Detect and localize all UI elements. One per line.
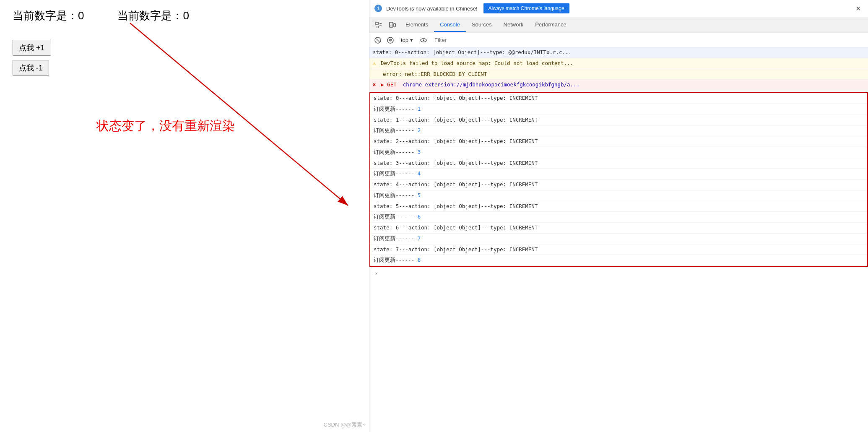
filter-icon-button[interactable]: [385, 35, 395, 45]
log-warning-detail: error: net::ERR_BLOCKED_BY_CLIENT: [369, 69, 868, 80]
svg-line-1: [130, 23, 348, 206]
console-toolbar: top ▾: [369, 33, 868, 47]
counter1: 当前数字是：0: [13, 8, 84, 23]
log-line: state: 2---action: [object Object]---typ…: [370, 136, 867, 147]
log-line: state: 7---action: [object Object]---typ…: [370, 245, 867, 255]
close-notification-button[interactable]: ✕: [853, 3, 863, 13]
log-line: 订阅更新------ 8: [370, 255, 867, 266]
log-line: 订阅更新------ 3: [370, 147, 867, 158]
inspect-element-button[interactable]: [373, 19, 385, 31]
log-line: state: 3---action: [object Object]---typ…: [370, 158, 867, 169]
counter-display: 当前数字是：0 当前数字是：0: [0, 0, 369, 31]
annotation-arrow: [0, 0, 369, 294]
annotation-text: 状态变了，没有重新渲染: [96, 117, 235, 135]
log-line: state: 5---action: [object Object]---typ…: [370, 201, 867, 212]
log-line: state: 0---action: [object Object]---typ…: [369, 47, 868, 58]
log-line: 订阅更新------ 6: [370, 212, 867, 223]
log-line: state: 4---action: [object Object]---typ…: [370, 180, 867, 190]
tab-sources[interactable]: Sources: [466, 18, 498, 32]
svg-point-12: [387, 37, 393, 43]
error-icon: ✖: [373, 81, 376, 88]
device-mode-button[interactable]: [386, 19, 398, 31]
log-line: state: 0---action: [object Object]---typ…: [370, 93, 867, 104]
info-icon: i: [374, 5, 382, 12]
svg-point-17: [423, 39, 424, 41]
svg-rect-2: [376, 22, 378, 25]
devtools-tab-bar: Elements Console Sources Network Perform…: [369, 17, 868, 33]
log-line: 订阅更新------ 2: [370, 125, 867, 136]
warning-icon: ⚠: [373, 60, 376, 66]
chevron-down-icon: ▾: [410, 37, 413, 43]
log-line: 订阅更新------ 7: [370, 234, 867, 245]
clear-console-button[interactable]: [373, 35, 383, 45]
tab-console[interactable]: Console: [434, 18, 466, 32]
log-line: 订阅更新------ 1: [370, 104, 867, 115]
log-line: 订阅更新------ 4: [370, 169, 867, 180]
tab-elements[interactable]: Elements: [400, 18, 434, 32]
svg-rect-8: [394, 23, 395, 27]
decrement-button[interactable]: 点我 -1: [13, 60, 49, 76]
web-page-panel: 当前数字是：0 当前数字是：0 点我 +1 点我 -1 状态变了，没有重新渲染 …: [0, 0, 369, 432]
notification-text: DevTools is now available in Chinese!: [386, 5, 478, 12]
log-line: state: 6---action: [object Object]---typ…: [370, 223, 867, 234]
console-log-area: state: 0---action: [object Object]---typ…: [369, 47, 868, 432]
log-line: 订阅更新------ 5: [370, 190, 867, 201]
increment-button[interactable]: 点我 +1: [13, 40, 51, 56]
prompt-chevron-icon: ›: [374, 270, 378, 276]
context-selector[interactable]: top ▾: [398, 36, 416, 44]
eye-icon-button[interactable]: [418, 35, 429, 45]
error-link[interactable]: chrome-extension://mjdbhokoopacimoekfgkc…: [403, 81, 580, 88]
tab-performance[interactable]: Performance: [529, 18, 572, 32]
counter2: 当前数字是：0: [117, 8, 189, 23]
devtools-panel: i DevTools is now available in Chinese! …: [369, 0, 868, 432]
devtools-notification-bar: i DevTools is now available in Chinese! …: [369, 0, 868, 17]
console-prompt: ›: [369, 268, 868, 278]
svg-line-11: [376, 39, 379, 42]
log-line: state: 1---action: [object Object]---typ…: [370, 115, 867, 126]
svg-rect-7: [390, 22, 393, 27]
console-output-block: state: 0---action: [object Object]---typ…: [369, 92, 868, 267]
match-language-button[interactable]: Always match Chrome's language: [483, 3, 569, 13]
tab-network[interactable]: Network: [498, 18, 530, 32]
watermark: CSDN @@素素~: [324, 421, 366, 429]
log-warning: ⚠ DevTools failed to load source map: Co…: [369, 58, 868, 69]
log-error: ✖ ▶ GET chrome-extension://mjdbhokoopaci…: [369, 80, 868, 91]
filter-input[interactable]: [431, 36, 865, 44]
